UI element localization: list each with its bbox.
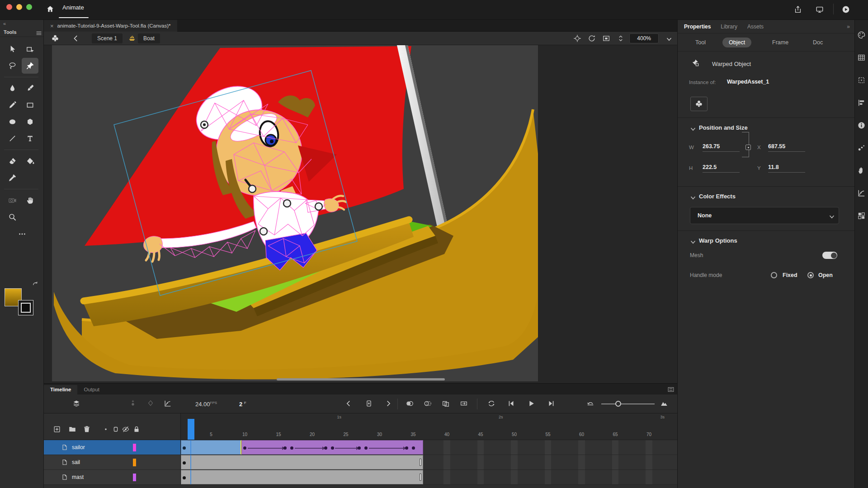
stroke-color-swatch[interactable] <box>18 300 33 315</box>
radio-fixed-label[interactable]: Fixed <box>783 272 797 278</box>
panel-overflow-icon[interactable]: » <box>847 23 850 30</box>
resize-timeline-view-button[interactable] <box>660 399 669 408</box>
frame-span-button[interactable] <box>460 399 469 408</box>
dock-motion-editor-button[interactable] <box>857 189 866 198</box>
dock-transform-panel-button[interactable] <box>857 76 866 85</box>
radio-open[interactable] <box>807 272 814 278</box>
center-frame-button[interactable] <box>365 399 374 408</box>
dock-snap-button[interactable] <box>857 144 866 153</box>
text-tool[interactable] <box>22 131 38 146</box>
current-frame-readout[interactable]: 2 F <box>239 401 246 408</box>
breadcrumb-symbol[interactable]: Boat <box>138 33 160 43</box>
zoom-level-input[interactable]: 400% <box>629 33 659 43</box>
layer-view-button[interactable] <box>72 399 81 408</box>
free-transform-tool[interactable] <box>22 41 38 57</box>
dock-adjust-button[interactable] <box>857 166 866 175</box>
play-button[interactable] <box>527 399 536 408</box>
rotate-view-button[interactable] <box>588 34 596 42</box>
eyedropper-tool[interactable] <box>4 170 21 186</box>
close-document-icon[interactable]: × <box>50 23 54 29</box>
paint-bucket-tool[interactable] <box>22 153 38 169</box>
frame-rate-readout[interactable]: 24.00FPS <box>195 401 217 408</box>
remove-keyframe-button[interactable] <box>146 399 156 408</box>
height-value[interactable]: 222.5 <box>703 164 740 173</box>
keyframe-dot[interactable] <box>331 446 334 450</box>
zoom-tool[interactable] <box>4 209 21 225</box>
keyframe-dot[interactable] <box>412 446 415 450</box>
onion-skin-button[interactable] <box>406 399 415 408</box>
layer-color-chip[interactable] <box>133 474 136 481</box>
tools-panel-menu-icon[interactable] <box>35 29 41 35</box>
camera-tool[interactable] <box>4 192 21 208</box>
share-button[interactable] <box>792 4 804 15</box>
swap-colors-icon[interactable] <box>32 280 38 287</box>
delete-layer-button[interactable] <box>83 425 92 434</box>
classic-brush-tool[interactable] <box>22 80 38 96</box>
next-keyframe-button[interactable] <box>384 399 393 408</box>
frame-span[interactable] <box>181 455 423 469</box>
position-size-header[interactable]: Position and Size <box>678 118 854 131</box>
loop-playback-button[interactable] <box>487 399 496 408</box>
step-back-button[interactable] <box>507 399 516 408</box>
new-folder-button[interactable] <box>68 425 77 434</box>
reset-timeline-zoom-button[interactable] <box>586 399 595 408</box>
symbol-icon[interactable] <box>51 34 59 42</box>
zoom-stepper[interactable] <box>617 34 623 42</box>
tab-assets[interactable]: Assets <box>747 23 764 30</box>
selection-tool[interactable] <box>4 41 21 57</box>
layer-frames-mast[interactable] <box>181 470 677 485</box>
warp-pin[interactable] <box>315 203 322 210</box>
center-stage-button[interactable] <box>573 34 581 42</box>
line-tool[interactable] <box>4 131 21 146</box>
timeline-ruler[interactable]: 1s2s3s510152025303540455055606570 <box>181 413 677 440</box>
asset-warp-tool[interactable] <box>22 58 38 74</box>
home-icon[interactable] <box>43 3 57 15</box>
frame-span[interactable] <box>181 440 241 455</box>
subtab-object[interactable]: Object <box>722 38 751 47</box>
warp-pin[interactable] <box>249 185 256 192</box>
insert-keyframe-button[interactable] <box>129 399 138 408</box>
timeline-zoom-slider[interactable] <box>601 404 655 404</box>
more-tools-button[interactable] <box>4 225 40 240</box>
fluid-brush-tool[interactable] <box>4 80 21 96</box>
layer-name[interactable]: sail <box>72 459 80 465</box>
tab-properties[interactable]: Properties <box>684 23 711 30</box>
warp-pin[interactable] <box>283 200 291 207</box>
keyframe-dot[interactable] <box>183 461 186 465</box>
x-value[interactable]: 687.55 <box>768 143 805 152</box>
app-tab-animate[interactable]: Animate <box>58 3 89 12</box>
layer-frames-sail[interactable] <box>181 455 677 470</box>
graph-editor-button[interactable] <box>164 399 173 408</box>
pencil-tool[interactable] <box>4 97 21 113</box>
tab-library[interactable]: Library <box>721 23 737 30</box>
keyframe-dot[interactable] <box>183 476 186 479</box>
keyframe-dot[interactable] <box>405 446 408 450</box>
collapse-panel-button[interactable]: « <box>3 21 6 26</box>
horizontal-scrollbar[interactable] <box>277 378 445 380</box>
onion-skin-outline-button[interactable] <box>424 399 433 408</box>
tab-timeline[interactable]: Timeline <box>44 385 77 394</box>
oval-tool[interactable] <box>4 114 21 130</box>
keyframe-dot[interactable] <box>324 446 327 450</box>
link-wh-icon[interactable] <box>745 145 751 150</box>
dock-align-button[interactable] <box>857 99 866 108</box>
document-tab[interactable]: × animate-Tutorial-9-Asset-Warp-Tool.fla… <box>44 20 177 32</box>
layer-color-chip[interactable] <box>133 444 136 451</box>
rectangle-tool[interactable] <box>22 97 38 113</box>
warp-options-header[interactable]: Warp Options <box>678 231 854 244</box>
clip-content-button[interactable] <box>602 34 610 42</box>
layer-name-cell-sailor[interactable]: sailor <box>44 440 181 455</box>
layer-name[interactable]: mast <box>72 474 84 480</box>
dock-info-button[interactable] <box>857 121 866 130</box>
highlight-column-header[interactable] <box>102 425 111 434</box>
eraser-tool[interactable] <box>4 153 21 169</box>
hand-tool[interactable] <box>22 192 38 208</box>
frame-span[interactable] <box>181 470 423 484</box>
edit-multiple-frames-button[interactable] <box>442 399 451 408</box>
breadcrumb-scene[interactable]: Scene 1 <box>92 33 123 43</box>
dock-frame-picker-button[interactable] <box>857 211 866 221</box>
layer-name-cell-sail[interactable]: sail <box>44 455 181 470</box>
lock-column-header[interactable] <box>132 425 142 434</box>
previous-keyframe-button[interactable] <box>344 399 354 408</box>
close-window-button[interactable] <box>6 4 12 10</box>
